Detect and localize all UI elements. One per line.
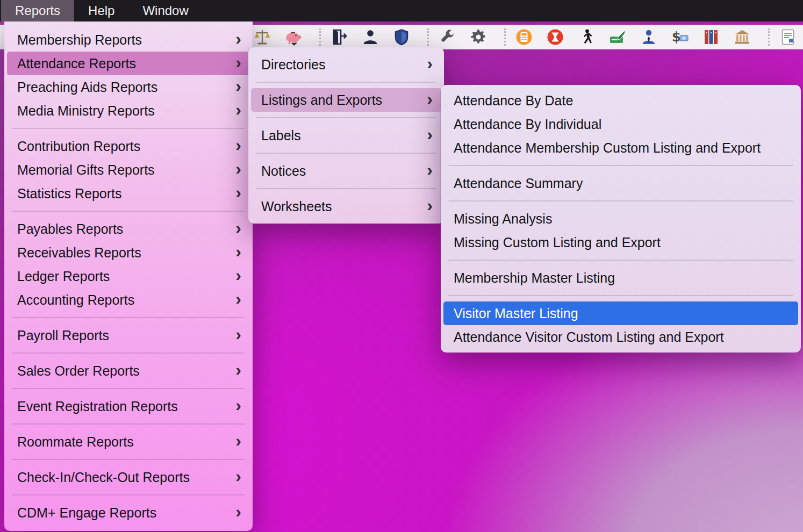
menu-item-label: Attendance By Date: [454, 93, 573, 109]
submenu-arrow-icon: ›: [235, 264, 241, 286]
menu-item-check-in-check-out-reports[interactable]: Check-In/Check-Out Reports›: [7, 465, 250, 489]
menu-item-label: Media Ministry Reports: [17, 103, 155, 119]
submenu-arrow-icon: ›: [427, 159, 433, 181]
menu-item-accounting-reports[interactable]: Accounting Reports›: [7, 288, 250, 312]
submenu-arrow-icon: ›: [427, 53, 433, 74]
menu-separator: [12, 128, 245, 129]
money-icon[interactable]: $: [670, 27, 690, 47]
menu-item-attendance-membership-custom-listing-and-export[interactable]: Attendance Membership Custom Listing and…: [443, 136, 798, 160]
menu-item-payroll-reports[interactable]: Payroll Reports›: [7, 323, 250, 347]
menu-item-attendance-visitor-custom-listing-and-export[interactable]: Attendance Visitor Custom Listing and Ex…: [443, 325, 798, 349]
submenu-arrow-icon: ›: [235, 99, 241, 120]
person-icon[interactable]: [361, 27, 380, 47]
submenu-arrow-icon: ›: [235, 430, 241, 451]
menu-item-attendance-by-date[interactable]: Attendance By Date: [443, 89, 798, 112]
binders-icon[interactable]: [701, 27, 721, 47]
menu-item-missing-analysis[interactable]: Missing Analysis: [443, 207, 798, 231]
wrench-icon[interactable]: [438, 27, 457, 47]
menu-item-sales-order-reports[interactable]: Sales Order Reports›: [7, 359, 250, 383]
bank-icon[interactable]: [733, 27, 752, 47]
menu-separator: [256, 188, 436, 189]
menubar-item-help[interactable]: Help: [74, 0, 128, 21]
toolbar-separator: [768, 28, 770, 46]
scales-icon[interactable]: [253, 27, 272, 47]
menu-item-label: Memorial Gifts Reports: [17, 162, 155, 178]
menu-separator: [12, 459, 245, 460]
menu-item-label: Attendance Visitor Custom Listing and Ex…: [454, 329, 724, 345]
menu-item-contribution-reports[interactable]: Contribution Reports›: [7, 134, 250, 158]
menu-item-labels[interactable]: Labels›: [251, 124, 441, 147]
shield-icon[interactable]: [392, 27, 411, 47]
menu-item-label: Attendance Summary: [454, 176, 583, 191]
menu-item-directories[interactable]: Directories›: [251, 53, 441, 76]
document-icon[interactable]: [778, 27, 798, 47]
menu-item-preaching-aids-reports[interactable]: Preaching Aids Reports›: [7, 75, 250, 99]
submenu-arrow-icon: ›: [235, 288, 241, 310]
menu-item-cdm-engage-reports[interactable]: CDM+ Engage Reports›: [7, 501, 250, 524]
menu-item-ledger-reports[interactable]: Ledger Reports›: [7, 264, 250, 288]
submenu-arrow-icon: ›: [235, 241, 241, 262]
submenu-arrow-icon: ›: [427, 195, 433, 216]
menubar-item-reports[interactable]: Reports: [1, 0, 74, 21]
submenu-arrow-icon: ›: [235, 134, 241, 156]
walking-person-icon[interactable]: [577, 27, 596, 47]
toolbar-separator: [504, 28, 506, 46]
menu-item-receivables-reports[interactable]: Receivables Reports›: [7, 241, 250, 264]
menu-item-label: Visitor Master Listing: [454, 306, 578, 321]
submenu-arrow-icon: ›: [235, 217, 241, 239]
menu-item-label: Payroll Reports: [17, 328, 109, 343]
menu-item-notices[interactable]: Notices›: [251, 159, 441, 183]
menu-item-worksheets[interactable]: Worksheets›: [251, 195, 441, 218]
piggy-bank-icon[interactable]: [284, 27, 303, 47]
menu-item-label: Accounting Reports: [17, 292, 134, 308]
menu-item-memorial-gifts-reports[interactable]: Memorial Gifts Reports›: [7, 158, 250, 182]
menubar-item-window[interactable]: Window: [128, 0, 202, 21]
calculator-icon[interactable]: [514, 27, 534, 47]
signature-icon[interactable]: [608, 27, 627, 47]
svg-text:$: $: [672, 30, 681, 45]
menu-item-label: Attendance Reports: [17, 56, 136, 71]
menu-item-roommate-reports[interactable]: Roommate Reports›: [7, 430, 250, 454]
menu-item-label: Check-In/Check-Out Reports: [17, 470, 190, 485]
menu-item-label: Ledger Reports: [17, 269, 110, 284]
menu-item-statistics-reports[interactable]: Statistics Reports›: [7, 182, 250, 205]
menu-item-label: Sales Order Reports: [17, 363, 140, 379]
menu-separator: [12, 353, 245, 354]
menu-item-label: Statistics Reports: [17, 186, 122, 202]
person-tie-icon[interactable]: [639, 27, 658, 47]
menu-item-label: Payables Reports: [17, 221, 123, 237]
door-exit-icon[interactable]: [329, 27, 349, 47]
menu-separator: [12, 494, 245, 495]
menu-item-membership-master-listing[interactable]: Membership Master Listing: [443, 266, 798, 290]
menu-item-attendance-summary[interactable]: Attendance Summary: [443, 171, 798, 195]
menu-item-attendance-by-individual[interactable]: Attendance By Individual: [443, 112, 798, 136]
menu-separator: [448, 165, 793, 166]
gear-icon[interactable]: [469, 27, 488, 47]
menu-item-membership-reports[interactable]: Membership Reports›: [7, 28, 250, 52]
menu-item-label: Directories: [261, 57, 325, 73]
menu-item-label: Contribution Reports: [17, 139, 140, 154]
menu-item-visitor-master-listing[interactable]: Visitor Master Listing: [443, 301, 798, 325]
menu-item-label: Worksheets: [261, 199, 332, 214]
menu-separator: [12, 423, 245, 425]
submenu-arrow-icon: ›: [235, 52, 241, 73]
menu-item-missing-custom-listing-and-export[interactable]: Missing Custom Listing and Export: [443, 231, 798, 254]
submenu-arrow-icon: ›: [235, 182, 241, 203]
menu-separator: [256, 117, 436, 118]
menu-item-label: Receivables Reports: [17, 245, 141, 261]
toolbar-separator: [319, 28, 321, 46]
menu-item-label: Event Registration Reports: [17, 399, 178, 414]
submenu-arrow-icon: ›: [235, 158, 241, 179]
menu-item-label: Membership Master Listing: [454, 270, 615, 286]
menu-item-media-ministry-reports[interactable]: Media Ministry Reports›: [7, 99, 250, 123]
menu-item-payables-reports[interactable]: Payables Reports›: [7, 217, 250, 241]
menu-item-label: Attendance By Individual: [454, 117, 601, 132]
menu-item-label: Missing Analysis: [454, 211, 552, 227]
attendance-reports-submenu: Directories› Listings and Exports› Label…: [248, 47, 444, 224]
menu-item-listings-and-exports[interactable]: Listings and Exports›: [251, 88, 441, 112]
menu-item-attendance-reports[interactable]: Attendance Reports›: [7, 52, 250, 75]
menu-item-event-registration-reports[interactable]: Event Registration Reports›: [7, 394, 250, 418]
hourglass-icon[interactable]: [546, 27, 565, 47]
menu-separator: [256, 82, 436, 83]
reports-menu: Membership Reports› Attendance Reports› …: [4, 21, 253, 531]
